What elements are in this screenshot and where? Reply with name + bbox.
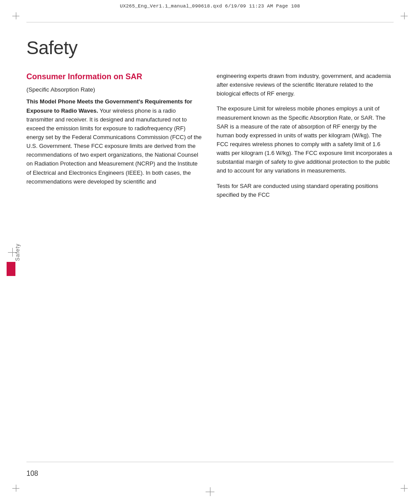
left-column: Consumer Information on SAR (Specific Ab… [26, 72, 203, 206]
corner-mark-bottom-right [401, 485, 408, 492]
right-paragraph-2: The exposure Limit for wireless mobile p… [217, 104, 394, 175]
right-column: engineering experts drawn from industry,… [217, 72, 394, 206]
right-paragraph-1: engineering experts drawn from industry,… [217, 72, 394, 98]
sidebar-label: Safety [15, 243, 21, 261]
doc-header: UX265_Eng_Ver1.1_manual_090618.qxd 6/19/… [0, 4, 420, 9]
page-title: Safety [26, 37, 394, 59]
right-paragraph-3: Tests for SAR are conducted using standa… [217, 182, 394, 199]
corner-mark-top-left [12, 12, 19, 19]
corner-mark-bottom-left [12, 485, 19, 492]
doc-info-text: UX265_Eng_Ver1.1_manual_090618.qxd 6/19/… [120, 4, 300, 9]
top-rule-line [26, 22, 394, 22]
page-number: 108 [26, 470, 38, 478]
red-accent-bar [7, 262, 15, 276]
corner-mark-top-right [401, 12, 408, 19]
two-column-layout: Consumer Information on SAR (Specific Ab… [26, 72, 394, 206]
bottom-rule-line [26, 462, 394, 462]
section-heading: Consumer Information on SAR [26, 72, 203, 82]
page-container: UX265_Eng_Ver1.1_manual_090618.qxd 6/19/… [0, 0, 420, 504]
subheading: (Specific Absorption Rate) [26, 86, 203, 93]
center-bottom-mark [206, 487, 214, 496]
left-paragraph-1: This Model Phone Meets the Government's … [26, 97, 203, 186]
paragraph1-normal: Your wireless phone is a radio transmitt… [26, 107, 202, 185]
page-content: Safety Consumer Information on SAR (Spec… [26, 24, 394, 480]
